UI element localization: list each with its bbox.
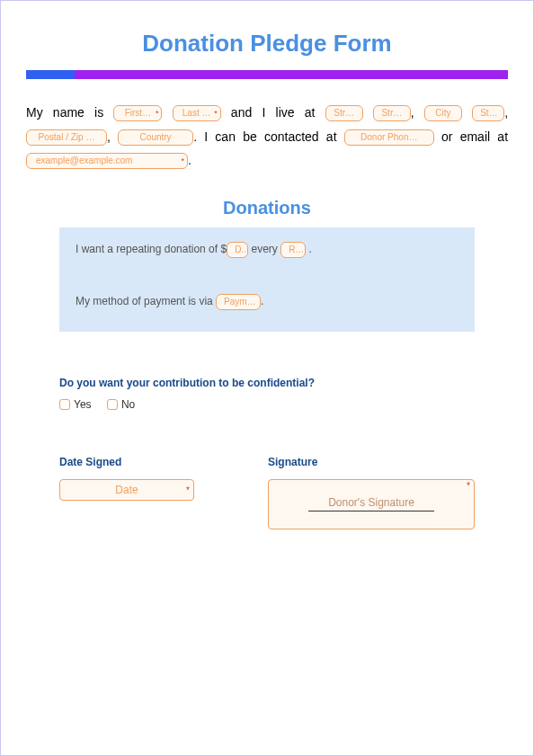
radio-yes[interactable] [59,399,70,410]
option-yes-label: Yes [74,398,92,411]
intro-paragraph: My name is First… Last … and I live at S… [26,101,508,173]
intro-text: , [504,105,508,120]
page-title: Donation Pledge Form [1,30,533,58]
last-name-field[interactable]: Last … [173,105,221,121]
date-field[interactable]: Date [59,479,194,501]
street1-field[interactable]: Str… [325,105,363,121]
intro-text: . [188,153,191,167]
intro-text: . I can be contacted at [193,129,344,144]
intro-text: , [411,105,424,120]
donation-amount-field[interactable]: D.. [227,242,248,258]
confidential-options: Yes No [59,398,475,411]
donation-text: every [248,243,280,255]
payment-method-field[interactable]: Paym… [216,294,261,310]
donation-text: . [306,243,312,255]
date-signed-label: Date Signed [59,456,246,468]
intro-text: My name is [26,105,113,120]
confidential-question: Do you want your contribution to be conf… [59,377,475,389]
signature-field[interactable]: Donor's Signature [268,479,475,529]
street2-field[interactable]: Str… [373,105,411,121]
payment-text: My method of payment is via [76,295,216,307]
signature-label: Signature [268,456,475,468]
intro-text: or email at [441,129,508,144]
option-no-label: No [121,398,135,411]
intro-text: , [107,129,118,144]
date-column: Date Signed Date [59,456,246,529]
signing-row: Date Signed Date Signature Donor's Signa… [59,456,475,529]
city-field[interactable]: City [424,105,462,121]
signature-column: Signature Donor's Signature [268,456,475,529]
radio-no[interactable] [107,399,118,410]
postal-field[interactable]: Postal / Zip … [26,129,107,146]
phone-field[interactable]: Donor Phon… [344,129,434,146]
repeat-field[interactable]: R… [280,242,306,258]
intro-text: and I live at [231,105,325,120]
divider-bar [26,70,508,79]
donations-heading: Donations [1,198,533,218]
email-field[interactable]: example@example.com [26,153,188,169]
state-field[interactable]: St… [472,105,504,121]
donation-text: I want a repeating donation of $ [76,243,227,255]
first-name-field[interactable]: First… [113,105,162,121]
signature-line: Donor's Signature [308,496,434,511]
confidential-block: Do you want your contribution to be conf… [59,377,475,411]
country-field[interactable]: Country [118,129,193,146]
payment-text: . [261,295,263,307]
donations-box: I want a repeating donation of $D.. ever… [59,227,475,332]
